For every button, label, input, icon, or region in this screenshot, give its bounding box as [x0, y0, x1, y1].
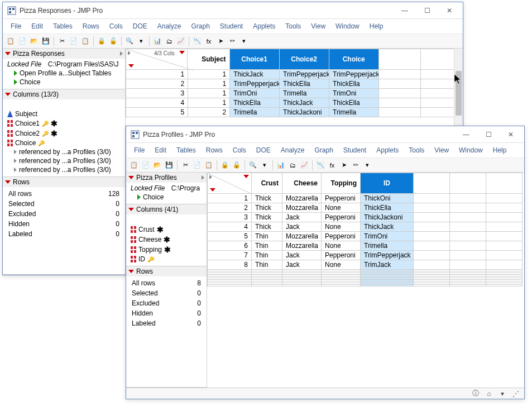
- menu-cols[interactable]: Cols: [228, 145, 251, 156]
- menu-applets[interactable]: Applets: [248, 21, 280, 32]
- empty-cell[interactable]: [414, 251, 450, 260]
- toolbar-button[interactable]: 📊: [275, 160, 286, 171]
- empty-cell[interactable]: [414, 260, 450, 270]
- chevron-right-icon[interactable]: [202, 175, 204, 180]
- cell[interactable]: Mozzarella: [282, 194, 322, 203]
- maximize-button[interactable]: ☐: [416, 3, 438, 18]
- menu-help[interactable]: Help: [365, 21, 388, 32]
- empty-column-header[interactable]: [450, 173, 486, 194]
- table-row[interactable]: 5ThinMozzarellaPepperoniTrimOni: [207, 232, 524, 241]
- reference-item[interactable]: referenced by ...a Profiles (3/0): [4, 165, 124, 174]
- reference-item[interactable]: referenced by ...a Profiles (3/0): [4, 156, 124, 165]
- cell[interactable]: Thin: [252, 260, 282, 270]
- toolbar-button[interactable]: fx: [327, 160, 338, 171]
- rows-stat[interactable]: Hidden0: [128, 309, 204, 318]
- empty-cell[interactable]: [486, 232, 523, 241]
- close-button[interactable]: ✕: [500, 127, 522, 142]
- menu-analyze[interactable]: Analyze: [276, 145, 309, 156]
- titlebar[interactable]: Pizza Profiles - JMP Pro — ☐ ✕: [126, 126, 524, 143]
- cell[interactable]: ThickElla: [280, 79, 329, 89]
- toolbar-button[interactable]: 📄: [140, 160, 151, 171]
- toolbar-button[interactable]: 📉: [315, 160, 326, 171]
- cell[interactable]: Trimella: [361, 241, 414, 251]
- cell[interactable]: Thick: [252, 194, 282, 203]
- cell[interactable]: TrimPepperjack: [329, 70, 379, 79]
- cell[interactable]: Trimella: [280, 89, 329, 98]
- toolbar-button[interactable]: ➤: [338, 160, 349, 171]
- toolbar-button[interactable]: 📄: [17, 36, 28, 47]
- cell[interactable]: Pepperoni: [322, 213, 361, 222]
- cell[interactable]: ThickOni: [361, 194, 414, 203]
- cell[interactable]: Pepperoni: [322, 194, 361, 203]
- cols-menu-icon[interactable]: [243, 175, 249, 178]
- cell[interactable]: ThickElla: [230, 98, 280, 108]
- menu-tools[interactable]: Tools: [281, 21, 305, 32]
- disclosure-icon[interactable]: [128, 208, 134, 211]
- menu-doe[interactable]: DOE: [252, 145, 275, 156]
- chevron-right-icon[interactable]: [120, 51, 123, 56]
- menu-help[interactable]: Help: [488, 145, 511, 156]
- column-item[interactable]: Cheese✱: [127, 235, 205, 245]
- menu-cols[interactable]: Cols: [105, 21, 127, 32]
- empty-cell[interactable]: [379, 108, 421, 117]
- cell[interactable]: ThickJackoni: [280, 108, 329, 117]
- toolbar-button[interactable]: 🔒: [96, 36, 107, 47]
- empty-cell[interactable]: [414, 232, 450, 241]
- table-row[interactable]: 11ThickJackTrimPepperjackTrimPepperjack: [126, 70, 463, 79]
- column-header[interactable]: Choice: [329, 49, 379, 70]
- column-item[interactable]: Subject: [4, 109, 124, 118]
- rows-stat[interactable]: Excluded0: [128, 299, 204, 308]
- cell[interactable]: TrimOni: [361, 232, 414, 241]
- cell[interactable]: Thin: [252, 232, 282, 241]
- cell[interactable]: Trimella: [230, 108, 280, 117]
- menu-graph[interactable]: Graph: [186, 21, 214, 32]
- cell[interactable]: [322, 285, 361, 286]
- minimize-button[interactable]: —: [455, 127, 477, 142]
- toolbar-button[interactable]: 🔍: [124, 36, 135, 47]
- empty-cell[interactable]: [414, 213, 450, 222]
- empty-cell[interactable]: [379, 70, 421, 79]
- column-header[interactable]: Cheese: [282, 173, 322, 194]
- empty-cell[interactable]: [486, 213, 523, 222]
- empty-cell[interactable]: [486, 285, 523, 286]
- script-item[interactable]: Choice: [127, 193, 205, 202]
- cell[interactable]: Mozzarella: [282, 203, 322, 213]
- cell[interactable]: TrimPepperjack: [361, 251, 414, 260]
- column-item[interactable]: Crust✱: [127, 225, 205, 235]
- toolbar-button[interactable]: 📄: [191, 160, 203, 171]
- rows-stat[interactable]: All rows8: [128, 279, 204, 288]
- empty-cell[interactable]: [414, 222, 450, 232]
- disclosure-icon[interactable]: [5, 93, 11, 96]
- toolbar-button[interactable]: 🔓: [108, 36, 119, 47]
- toolbar-button[interactable]: 💾: [40, 36, 51, 47]
- cell[interactable]: ThickElla: [329, 79, 379, 89]
- toolbar-button[interactable]: ✂: [180, 160, 191, 171]
- cell[interactable]: [282, 285, 322, 286]
- columns-panel-header[interactable]: Columns (13/3): [3, 89, 125, 99]
- cell[interactable]: ThickJackoni: [361, 213, 414, 222]
- menu-applets[interactable]: Applets: [372, 145, 403, 156]
- empty-cell[interactable]: [486, 203, 523, 213]
- table-row[interactable]: 52TrimellaThickJackoniTrimella: [126, 108, 463, 117]
- empty-cell[interactable]: [414, 203, 450, 213]
- cols-menu-icon[interactable]: [179, 51, 185, 54]
- cell[interactable]: Jack: [282, 260, 322, 270]
- rows-menu-icon[interactable]: [128, 64, 134, 68]
- rows-stat[interactable]: Excluded0: [5, 209, 123, 218]
- rows-stat[interactable]: Hidden0: [5, 219, 123, 228]
- menu-window[interactable]: Window: [454, 145, 487, 156]
- menu-edit[interactable]: Edit: [27, 21, 47, 32]
- empty-cell[interactable]: [450, 194, 486, 203]
- table-row[interactable]: 2ThickMozzarellaNoneThickElla: [207, 203, 524, 213]
- toolbar-button[interactable]: 💾: [164, 160, 175, 171]
- empty-cell[interactable]: [450, 222, 486, 232]
- empty-column-header[interactable]: [379, 49, 421, 70]
- cell[interactable]: TrimPepperjack: [280, 70, 329, 79]
- empty-column-header[interactable]: [486, 173, 523, 194]
- table-row[interactable]: 7ThinJackPepperoniTrimPepperjack: [207, 251, 524, 260]
- cell[interactable]: ThickJack: [230, 70, 280, 79]
- rows-stat[interactable]: Labeled0: [128, 319, 204, 328]
- cell[interactable]: TrimPepperjack: [230, 79, 280, 89]
- menu-rows[interactable]: Rows: [202, 145, 227, 156]
- cell[interactable]: TrimJack: [361, 260, 414, 270]
